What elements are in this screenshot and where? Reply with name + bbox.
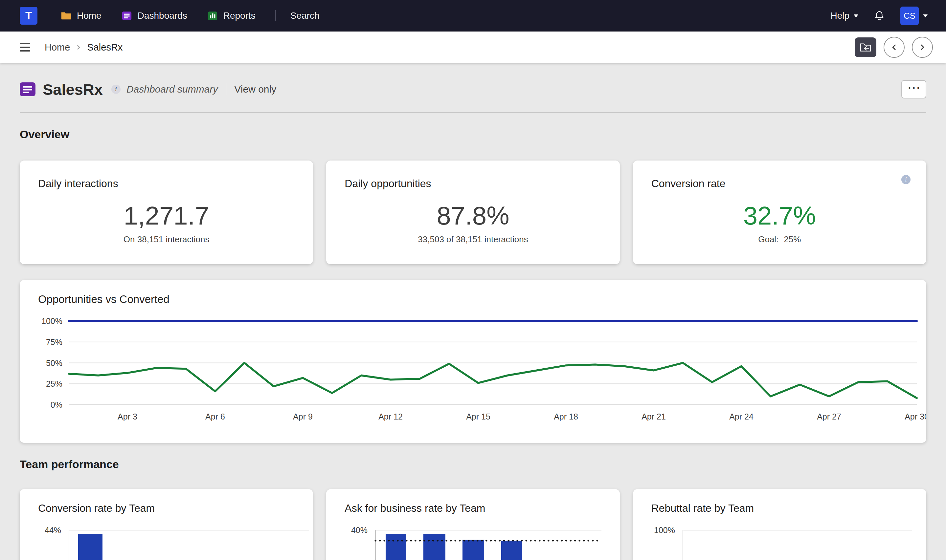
kpi-card-daily-interactions: Daily interactions 1,271.7 On 38,151 int… (20, 160, 313, 264)
chevron-right-icon (917, 42, 927, 52)
caret-down-icon (854, 14, 858, 17)
svg-text:Apr 6: Apr 6 (205, 412, 225, 421)
page-header: SalesRx i Dashboard summary View only ⋯ (20, 63, 926, 98)
chevron-right-icon (75, 43, 82, 51)
help-label: Help (830, 11, 849, 21)
kpi-grid: Daily interactions 1,271.7 On 38,151 int… (20, 160, 926, 264)
svg-text:25%: 25% (46, 379, 62, 388)
svg-text:Apr 12: Apr 12 (378, 412, 403, 421)
reports-icon (207, 10, 218, 22)
svg-text:100%: 100% (654, 526, 675, 535)
kpi-caption: 33,503 of 38,151 interactions (345, 234, 601, 245)
nav-item-home[interactable]: Home (60, 10, 102, 22)
breadcrumb: Home SalesRx (45, 42, 123, 53)
team-card-rebuttal-rate: Rebuttal rate by Team 100% (633, 489, 926, 560)
breadcrumb-home[interactable]: Home (45, 42, 70, 53)
avatar-initials: CS (904, 11, 915, 21)
overview-heading: Overview (20, 128, 926, 141)
nav-item-dashboards[interactable]: Dashboards (121, 10, 187, 22)
kpi-title: Conversion rate (651, 178, 908, 190)
goal-value: 25% (784, 234, 801, 245)
kpi-title: Daily interactions (38, 178, 295, 190)
kpi-value: 87.8% (345, 203, 601, 228)
svg-text:Apr 21: Apr 21 (641, 412, 666, 421)
nav-item-search[interactable]: Search (290, 11, 320, 21)
line-chart-card: Opportunities vs Converted 0%25%50%75%10… (20, 280, 926, 443)
hamburger-menu-icon[interactable] (20, 43, 30, 52)
chevron-left-icon (889, 42, 899, 52)
page-title: SalesRx (43, 80, 103, 98)
svg-text:50%: 50% (46, 358, 62, 368)
svg-text:100%: 100% (42, 317, 62, 326)
conversion-rate-by-team-chart: 44% (20, 520, 313, 560)
view-only-label: View only (234, 84, 276, 95)
kpi-caption: On 38,151 interactions (38, 234, 295, 245)
info-icon[interactable]: i (111, 85, 120, 94)
svg-text:Apr 3: Apr 3 (118, 412, 137, 421)
svg-text:Apr 9: Apr 9 (293, 412, 313, 421)
chart-title: Conversion rate by Team (20, 502, 313, 514)
team-performance-heading: Team performance (20, 458, 926, 471)
team-card-ask-for-business: Ask for business rate by Team 40% (326, 489, 619, 560)
search-label: Search (290, 11, 320, 21)
header-divider (20, 112, 926, 113)
svg-text:Apr 27: Apr 27 (817, 412, 841, 421)
move-to-folder-button[interactable] (855, 37, 877, 57)
team-grid: Conversion rate by Team 44% Ask for busi… (20, 489, 926, 560)
kpi-value: 1,271.7 (38, 203, 295, 228)
kpi-caption: Goal: 25% (651, 234, 908, 245)
goal-label: Goal: (758, 234, 778, 245)
kpi-card-daily-opportunities: Daily opportunities 87.8% 33,503 of 38,1… (326, 160, 619, 264)
app-logo-letter: T (25, 9, 32, 22)
dashboard-subtitle: Dashboard summary (126, 84, 218, 95)
svg-text:Apr 18: Apr 18 (554, 412, 578, 421)
breadcrumb-bar: Home SalesRx (0, 32, 946, 63)
rebuttal-rate-by-team-chart: 100% (633, 520, 926, 560)
top-nav: T Home Dashboards Reports (0, 0, 946, 32)
breadcrumb-actions (855, 37, 933, 58)
caret-down-icon (923, 14, 928, 17)
forward-button[interactable] (912, 37, 933, 58)
nav-item-label: Dashboards (138, 11, 187, 21)
chart-title: Opportunities vs Converted (20, 293, 926, 306)
svg-text:40%: 40% (351, 526, 368, 535)
dashboards-icon (121, 10, 133, 22)
opportunities-vs-converted-chart: 0%25%50%75%100%Apr 3Apr 6Apr 9Apr 12Apr … (20, 309, 926, 425)
svg-text:Apr 15: Apr 15 (466, 412, 490, 421)
chart-title: Ask for business rate by Team (326, 502, 619, 514)
breadcrumb-current: SalesRx (87, 42, 123, 53)
svg-text:75%: 75% (46, 337, 62, 347)
folder-icon (60, 10, 72, 22)
dashboard-icon (20, 82, 35, 96)
more-options-button[interactable]: ⋯ (901, 80, 926, 98)
svg-text:Apr 30: Apr 30 (904, 412, 926, 421)
folder-return-icon (860, 42, 871, 52)
ask-for-business-rate-by-team-chart: 40% (326, 520, 619, 560)
nav-item-label: Reports (223, 11, 256, 21)
bell-icon[interactable] (874, 10, 885, 22)
main-nav: Home Dashboards Reports (60, 10, 256, 22)
svg-text:Apr 24: Apr 24 (729, 412, 753, 421)
info-icon[interactable]: i (901, 175, 911, 184)
team-card-conversion-rate: Conversion rate by Team 44% (20, 489, 313, 560)
nav-right-cluster: Help CS (830, 6, 928, 25)
svg-text:44%: 44% (45, 526, 61, 535)
svg-text:0%: 0% (51, 400, 62, 409)
kpi-value: 32.7% (651, 203, 908, 228)
kpi-title: Daily opportunities (345, 178, 601, 190)
nav-item-reports[interactable]: Reports (207, 10, 256, 22)
main-content: SalesRx i Dashboard summary View only ⋯ … (0, 63, 946, 560)
kpi-card-conversion-rate: Conversion rate i 32.7% Goal: 25% (633, 160, 926, 264)
user-menu[interactable]: CS (900, 6, 928, 25)
nav-divider (275, 10, 276, 22)
app-logo[interactable]: T (20, 7, 37, 25)
avatar: CS (900, 6, 919, 25)
help-menu[interactable]: Help (830, 11, 858, 21)
chart-title: Rebuttal rate by Team (633, 502, 926, 514)
nav-item-label: Home (77, 11, 102, 21)
back-button[interactable] (884, 37, 904, 58)
header-separator (226, 83, 226, 95)
